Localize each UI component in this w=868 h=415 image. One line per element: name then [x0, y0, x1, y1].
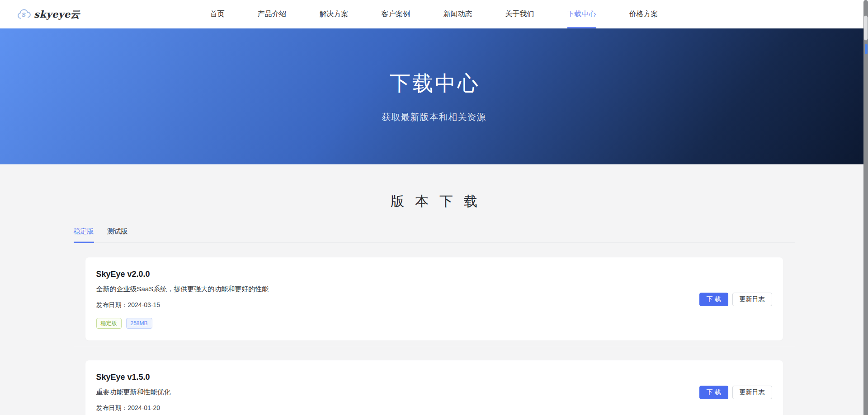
scrollbar-thumb[interactable]: [863, 15, 868, 41]
release-date-label: 发布日期：: [96, 404, 128, 411]
release-tag: 稳定版: [96, 318, 122, 329]
hero-title: 下载中心: [388, 70, 480, 98]
release-date: 发布日期：2024-01-20: [96, 404, 171, 412]
version-tab[interactable]: 测试版: [108, 227, 128, 243]
release-tags: 稳定版 258MB: [96, 318, 269, 329]
release-tag: 258MB: [126, 318, 152, 329]
nav-item[interactable]: 新闻动态: [443, 0, 472, 28]
release-item: SkyEye v2.0.0 全新的企业级SaaS系统，提供更强大的功能和更好的性…: [74, 257, 795, 340]
release-actions: 下 载 更新日志: [699, 386, 772, 399]
downloads-container: 稳定版 测试版 SkyEye v2.0.0 全新的企业级SaaS系统，提供更强大…: [74, 227, 795, 415]
release-item: SkyEye v1.5.0 重要功能更新和性能优化 发布日期：2024-01-2…: [74, 347, 795, 415]
nav-item[interactable]: 价格方案: [629, 0, 658, 28]
changelog-button[interactable]: 更新日志: [732, 386, 772, 399]
top-navbar: S skyeye云 首页 产品介绍 解决方案 客户案例 新闻动态 关于我们 下载…: [0, 0, 868, 28]
svg-text:S: S: [22, 11, 26, 18]
download-button[interactable]: 下 载: [699, 386, 728, 399]
release-info: SkyEye v2.0.0 全新的企业级SaaS系统，提供更强大的功能和更好的性…: [96, 270, 269, 329]
hero-subtitle: 获取最新版本和相关资源: [382, 111, 486, 123]
release-name: SkyEye v1.5.0: [96, 373, 171, 382]
release-actions: 下 载 更新日志: [699, 293, 772, 306]
scrollbar-thumb-accent: [865, 44, 868, 54]
nav-item[interactable]: 产品介绍: [258, 0, 287, 28]
cloud-logo-icon: S: [17, 9, 32, 20]
hero-banner: 下载中心 获取最新版本和相关资源: [0, 28, 868, 164]
nav-item[interactable]: 关于我们: [505, 0, 534, 28]
brand-name: skyeye云: [34, 8, 80, 21]
version-tab[interactable]: 稳定版: [74, 227, 94, 243]
release-info: SkyEye v1.5.0 重要功能更新和性能优化 发布日期：2024-01-2…: [96, 373, 171, 412]
version-tabs: 稳定版 测试版: [74, 227, 795, 243]
release-description: 全新的企业级SaaS系统，提供更强大的功能和更好的性能: [96, 285, 269, 294]
section-title: 版本下载: [0, 192, 868, 211]
nav-item[interactable]: 客户案例: [382, 0, 410, 28]
release-date-value: 2024-03-15: [128, 301, 160, 308]
release-description: 重要功能更新和性能优化: [96, 388, 171, 396]
nav-item[interactable]: 下载中心: [567, 0, 596, 28]
download-button[interactable]: 下 载: [699, 293, 728, 306]
page-scrollbar[interactable]: [863, 0, 868, 415]
downloads-section: 版本下载 稳定版 测试版 SkyEye v2.0.0 全新的企业级SaaS系统，…: [0, 164, 868, 415]
release-date-label: 发布日期：: [96, 301, 128, 308]
release-list: SkyEye v2.0.0 全新的企业级SaaS系统，提供更强大的功能和更好的性…: [74, 257, 795, 415]
main-nav: 首页 产品介绍 解决方案 客户案例 新闻动态 关于我们 下载中心 价格方案: [210, 0, 658, 28]
changelog-button[interactable]: 更新日志: [732, 293, 772, 306]
nav-item[interactable]: 首页: [210, 0, 225, 28]
release-card: SkyEye v1.5.0 重要功能更新和性能优化 发布日期：2024-01-2…: [85, 360, 783, 415]
brand-logo[interactable]: S skyeye云: [17, 0, 80, 28]
release-date: 发布日期：2024-03-15: [96, 301, 269, 309]
nav-item[interactable]: 解决方案: [320, 0, 349, 28]
release-card: SkyEye v2.0.0 全新的企业级SaaS系统，提供更强大的功能和更好的性…: [85, 257, 783, 340]
release-name: SkyEye v2.0.0: [96, 270, 269, 279]
release-date-value: 2024-01-20: [128, 404, 160, 411]
